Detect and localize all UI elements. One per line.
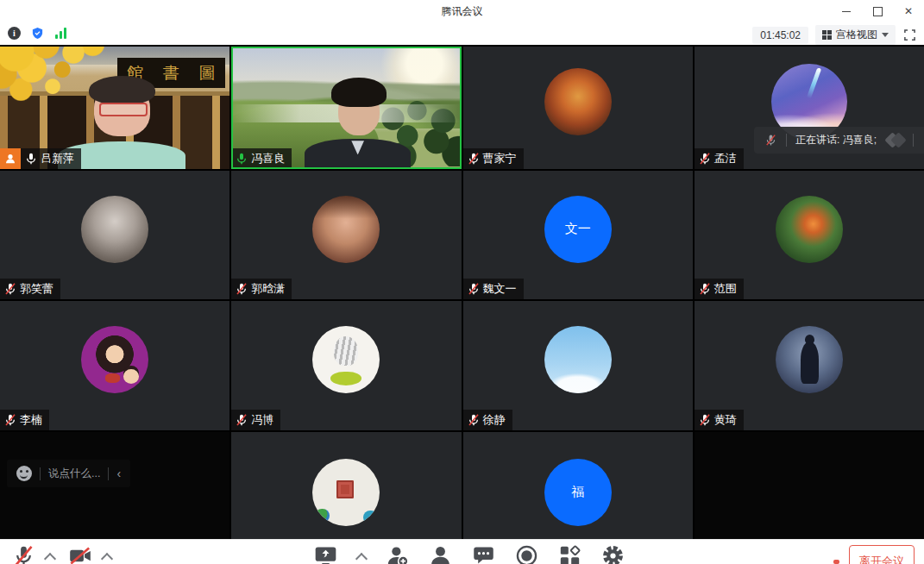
participant-label: 冯博	[231, 410, 280, 430]
avatar-sky	[544, 326, 612, 393]
tencent-meeting-logo-icon	[887, 135, 904, 146]
camera-options-chevron[interactable]	[101, 553, 113, 564]
security-shield-icon[interactable]	[30, 26, 45, 41]
participants-button[interactable]	[429, 544, 452, 564]
meeting-info-icon[interactable]: i	[7, 26, 22, 41]
avatar-initials: 文一	[544, 196, 612, 263]
record-button[interactable]	[515, 544, 538, 564]
chat-button[interactable]	[472, 544, 495, 564]
participant-cell-曹家宁[interactable]: 曹家宁	[463, 47, 693, 169]
emoji-icon[interactable]	[16, 466, 32, 481]
mic-muted-icon	[235, 282, 248, 296]
top-toolbar-right: 01:45:02 宫格视图	[752, 25, 917, 45]
participant-name: 黄琦	[714, 412, 737, 428]
participant-cell-吕新萍[interactable]: 館書圖 吕新萍	[0, 47, 229, 169]
participant-cell-李楠[interactable]: 李楠	[0, 301, 229, 430]
participant-label: 郭笑蕾	[0, 279, 60, 299]
fullscreen-button[interactable]	[902, 28, 917, 42]
window-title: 腾讯会议	[0, 4, 924, 19]
view-mode-button[interactable]: 宫格视图	[815, 25, 896, 45]
participant-label: 范围	[695, 279, 744, 299]
participant-cell-郭笑蕾[interactable]: 郭笑蕾	[0, 171, 229, 299]
chevron-left-icon[interactable]: ‹	[116, 467, 121, 479]
view-mode-label: 宫格视图	[836, 28, 877, 42]
participant-cell-郭晗潇[interactable]: 郭晗潇	[231, 171, 461, 299]
mic-muted-icon	[467, 152, 481, 166]
bottom-toolbar-center	[314, 544, 625, 564]
mic-options-chevron[interactable]	[44, 553, 56, 564]
window-controls: ✕	[831, 0, 924, 22]
mic-muted-icon	[698, 152, 712, 166]
speaking-toast-text: 正在讲话: 冯喜良;	[795, 133, 877, 147]
participant-label: 黄琦	[695, 410, 744, 430]
chatbar-divider	[108, 467, 109, 480]
person-figure	[300, 81, 415, 169]
participant-name: 孟洁	[714, 151, 737, 166]
participant-name: 徐静	[483, 412, 506, 428]
mic-muted-icon	[3, 413, 17, 427]
participant-label: 吕新萍	[0, 148, 81, 169]
top-toolbar-left: i	[7, 26, 68, 41]
settings-button[interactable]	[601, 544, 625, 564]
toast-divider	[913, 134, 914, 147]
ginkgo-leaves	[0, 47, 129, 116]
mic-on-icon	[24, 152, 38, 166]
speaking-toast: 正在讲话: 冯喜良;	[754, 127, 924, 154]
chatbar-divider	[40, 467, 41, 480]
participant-name: 吕新萍	[41, 151, 74, 166]
participant-label: 郭晗潇	[231, 279, 292, 299]
avatar-photogray	[81, 196, 148, 263]
participant-name: 魏文一	[483, 281, 517, 297]
minimize-icon	[842, 11, 851, 12]
title-bar: 腾讯会议 ✕	[0, 0, 924, 22]
invite-button[interactable]	[386, 544, 409, 564]
share-options-chevron[interactable]	[355, 553, 368, 564]
mic-muted-button[interactable]	[12, 544, 35, 564]
mic-muted-icon	[467, 413, 481, 427]
participant-cell-冯博[interactable]: 冯博	[231, 301, 461, 430]
apps-button[interactable]	[558, 544, 581, 564]
avatar-plate	[312, 459, 380, 526]
maximize-button[interactable]	[862, 0, 893, 22]
camera-muted-button[interactable]	[68, 544, 92, 564]
minimize-button[interactable]	[831, 0, 862, 22]
participant-name: 李楠	[20, 412, 42, 428]
red-indicator	[833, 560, 839, 564]
top-toolbar: i 01:45:02 宫格视图	[0, 22, 924, 45]
participant-cell-徐静[interactable]: 徐静	[463, 301, 693, 430]
chat-input-placeholder[interactable]: 说点什么...	[48, 467, 100, 481]
avatar-photowarm	[312, 196, 380, 263]
share-screen-button[interactable]	[314, 544, 337, 564]
mic-muted-icon	[3, 282, 17, 296]
bottom-toolbar-left	[12, 544, 111, 564]
avatar-autumn	[544, 68, 612, 135]
participant-label: 徐静	[463, 410, 512, 430]
participant-name: 郭晗潇	[251, 281, 285, 297]
fullscreen-icon	[903, 28, 916, 41]
participant-label: 孟洁	[695, 148, 744, 169]
close-button[interactable]: ✕	[893, 0, 924, 22]
network-signal-icon[interactable]	[53, 26, 68, 41]
avatar-initials: 福	[544, 459, 612, 526]
leave-meeting-label: 离开会议	[859, 554, 904, 564]
participant-cell-黄琦[interactable]: 黄琦	[695, 301, 924, 430]
participant-cell-冯喜良[interactable]: 冯喜良	[231, 47, 461, 169]
leave-meeting-button[interactable]: 离开会议	[849, 545, 915, 564]
chevron-down-icon	[882, 33, 889, 37]
avatar-silhouette	[776, 326, 843, 393]
meeting-window: 腾讯会议 ✕ i 01:45:02 宫格视图	[0, 0, 924, 564]
mic-muted-icon	[698, 413, 712, 427]
participant-cell-魏文一[interactable]: 文一 魏文一	[463, 171, 693, 299]
participant-label: 曹家宁	[463, 148, 524, 169]
video-grid: 館書圖 吕新萍 冯喜良 曹家宁	[0, 45, 924, 564]
avatar-cartoongirl	[81, 326, 148, 393]
participant-name: 范围	[714, 281, 737, 297]
host-person-icon	[4, 153, 16, 165]
mic-speaking-icon	[235, 152, 248, 166]
chat-quick-bar[interactable]: 说点什么... ‹	[7, 460, 130, 487]
participant-name: 冯喜良	[251, 151, 285, 166]
meeting-timer: 01:45:02	[752, 27, 808, 44]
participant-cell-范围[interactable]: 范围	[695, 171, 924, 299]
bottom-toolbar: 离开会议	[0, 539, 924, 564]
close-icon: ✕	[904, 6, 913, 16]
